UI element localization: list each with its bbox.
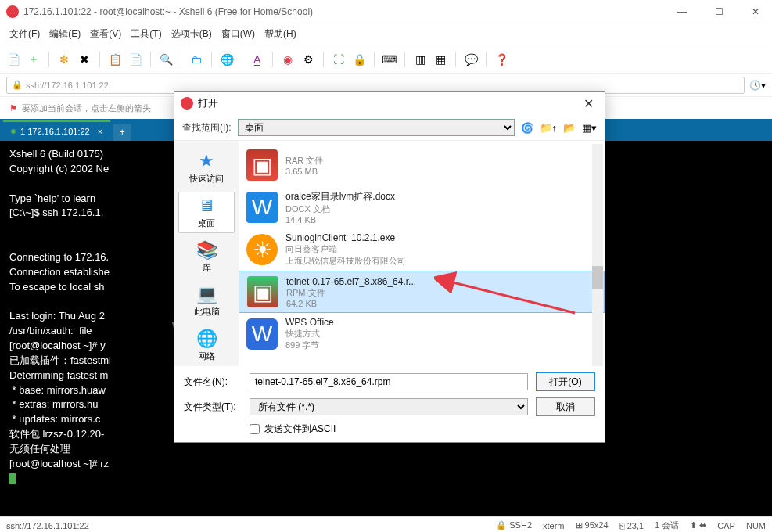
filetype-select[interactable]: 所有文件 (*.*) <box>250 398 528 415</box>
menu-edit[interactable]: 编辑(E) <box>49 27 81 41</box>
menu-help[interactable]: 帮助(H) <box>264 27 296 41</box>
dialog-icon <box>181 97 193 110</box>
settings-icon[interactable]: ⚙ <box>301 52 315 66</box>
file-item[interactable]: W WPS Office快捷方式899 字节 <box>239 313 605 355</box>
file-item[interactable]: ▣ telnet-0.17-65.el7_8.x86_64.r...RPM 文件… <box>239 271 605 313</box>
sidebar-item-快速访问[interactable]: ★快速访问 <box>178 147 235 189</box>
history-dropdown-icon[interactable]: 🕓▾ <box>749 80 766 91</box>
scrollbar-thumb[interactable] <box>592 266 603 289</box>
paste-icon[interactable]: 📄 <box>128 52 142 66</box>
close-button[interactable]: ✕ <box>745 3 766 20</box>
flag-icon: ⚑ <box>9 103 17 113</box>
dialog-close-button[interactable]: ✕ <box>579 96 598 111</box>
reconnect-icon[interactable]: ✻ <box>57 52 71 66</box>
lock-icon[interactable]: 🔒 <box>352 52 366 66</box>
record-icon[interactable]: ◉ <box>281 52 295 66</box>
menu-tabs[interactable]: 选项卡(B) <box>171 27 212 41</box>
fullscreen-icon[interactable]: ⛶ <box>332 52 346 66</box>
nav-view-icon[interactable]: ▦▾ <box>582 122 597 134</box>
window-title: 172.16.1.101:22 - root@localhost:~ - Xsh… <box>23 6 671 17</box>
sidebar-item-库[interactable]: 📚库 <box>178 236 235 278</box>
menu-file[interactable]: 文件(F) <box>9 27 40 41</box>
filename-label: 文件名(N): <box>184 376 242 389</box>
tab-close-icon[interactable]: × <box>98 127 102 136</box>
font-icon[interactable]: A̲ <box>250 52 264 66</box>
status-bar: ssh://172.16.1.101:22 🔒 SSH2 xterm ⊞ 95x… <box>0 516 772 532</box>
lookup-select[interactable]: 桌面 <box>238 119 515 136</box>
dialog-titlebar: 打开 ✕ <box>174 92 605 115</box>
sidebar-item-此电脑[interactable]: 💻此电脑 <box>178 280 235 322</box>
lookup-label: 查找范围(I): <box>182 121 232 135</box>
disconnect-icon[interactable]: ✖ <box>77 52 92 66</box>
dialog-title: 打开 <box>198 96 579 110</box>
layout2-icon[interactable]: ▦ <box>433 52 447 66</box>
menu-view[interactable]: 查看(V) <box>90 27 121 41</box>
nav-new-folder-icon[interactable]: 📂 <box>563 122 576 134</box>
file-item[interactable]: ▣ RAR 文件3.65 MB <box>239 144 605 186</box>
menu-window[interactable]: 窗口(W) <box>221 27 255 41</box>
file-item[interactable]: W oralce家目录lvm扩容.docxDOCX 文档14.4 KB <box>239 186 605 228</box>
open-button[interactable]: 打开(O) <box>536 372 595 391</box>
session-tab[interactable]: 1 172.16.1.101:22 × <box>3 120 110 141</box>
open-file-dialog: 打开 ✕ 查找范围(I): 桌面 🌀 📁↑ 📂 ▦▾ ★快速访问🖥桌面📚库💻此电… <box>174 91 605 443</box>
ascii-label: 发送文件到ASCII <box>264 422 336 436</box>
ascii-checkbox[interactable] <box>250 424 260 434</box>
maximize-button[interactable]: ☐ <box>709 3 730 20</box>
minimize-button[interactable]: — <box>671 3 693 20</box>
add-icon[interactable]: ＋ <box>27 52 41 66</box>
file-list[interactable]: ▣ RAR 文件3.65 MBW oralce家目录lvm扩容.docxDOCX… <box>239 141 605 366</box>
sidebar-item-桌面[interactable]: 🖥桌面 <box>178 192 235 233</box>
sidebar-item-网络[interactable]: 🌐网络 <box>178 325 235 366</box>
status-address: ssh://172.16.1.101:22 <box>6 521 496 530</box>
status-dot <box>11 129 16 134</box>
cancel-button[interactable]: 取消 <box>536 397 595 416</box>
file-item[interactable]: ☀ SunloginClient_10.2.1.exe向日葵客户端上海贝锐信息科… <box>239 228 605 271</box>
toolbar: 📄 ＋ ✻ ✖ 📋 📄 🔍 🗀 🌐 A̲ ◉ ⚙ ⛶ 🔒 ⌨ ▥ ▦ 💬 ❓ <box>0 45 772 74</box>
menu-bar: 文件(F) 编辑(E) 查看(V) 工具(T) 选项卡(B) 窗口(W) 帮助(… <box>0 23 772 45</box>
filename-input[interactable] <box>250 373 528 390</box>
terminal-cursor <box>9 473 16 484</box>
menu-tools[interactable]: 工具(T) <box>131 27 161 41</box>
tab-add-button[interactable]: + <box>113 124 131 141</box>
lock-icon: 🔒 <box>12 80 23 90</box>
filetype-label: 文件类型(T): <box>184 401 242 414</box>
window-titlebar: 172.16.1.101:22 - root@localhost:~ - Xsh… <box>0 0 772 23</box>
scrollbar-track[interactable] <box>592 144 603 366</box>
new-session-icon[interactable]: 📄 <box>6 52 20 66</box>
globe-icon[interactable]: 🌐 <box>220 52 234 66</box>
keyboard-icon[interactable]: ⌨ <box>382 52 397 66</box>
folder-icon[interactable]: 🗀 <box>189 52 203 66</box>
nav-back-icon[interactable]: 🌀 <box>521 122 533 134</box>
search-icon[interactable]: 🔍 <box>159 52 173 66</box>
chat-icon[interactable]: 💬 <box>464 52 478 66</box>
help-icon[interactable]: ❓ <box>494 52 508 66</box>
nav-up-icon[interactable]: 📁↑ <box>540 122 558 134</box>
layout1-icon[interactable]: ▥ <box>413 52 427 66</box>
app-icon <box>6 5 19 18</box>
dialog-sidebar: ★快速访问🖥桌面📚库💻此电脑🌐网络 <box>174 141 239 366</box>
copy-icon[interactable]: 📋 <box>108 52 122 66</box>
